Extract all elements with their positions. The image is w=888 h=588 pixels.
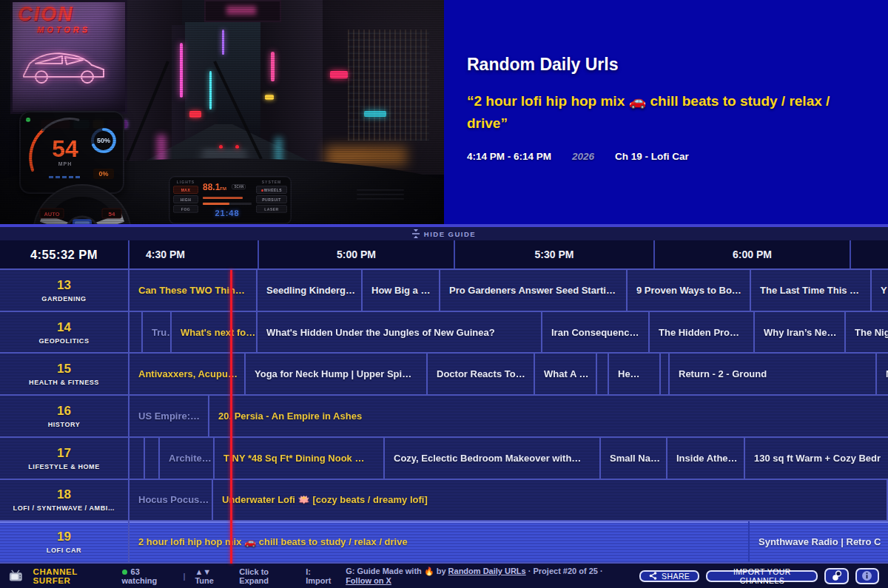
program-cell[interactable] bbox=[661, 354, 670, 394]
hide-guide-button[interactable]: HIDE GUIDE bbox=[0, 227, 888, 240]
program-year: 2026 bbox=[572, 151, 594, 162]
channel-name: HISTORY bbox=[48, 421, 81, 428]
program-cell[interactable] bbox=[145, 438, 160, 479]
billboard-brand: CION bbox=[18, 4, 120, 24]
infotainment-screen: LIGHTS MAX HIGH FOG 88.1FM SCAN 21:48 SY… bbox=[169, 176, 292, 224]
program-cell[interactable]: Return - 2 - Ground bbox=[670, 354, 877, 394]
import-hint: I: Import bbox=[306, 567, 336, 585]
program-cell[interactable]: Y bbox=[872, 270, 888, 311]
program-cell[interactable]: Tru… bbox=[143, 312, 172, 353]
battery-percent: 50% bbox=[97, 137, 110, 144]
time-header-slots: 4:30 PM5:00 PM5:30 PM6:00 PM bbox=[130, 240, 888, 268]
program-cell[interactable]: How Big a … bbox=[363, 270, 440, 311]
theme-toggle-button[interactable] bbox=[824, 568, 848, 584]
program-cell[interactable]: Why Iran’s Ne… bbox=[755, 312, 846, 353]
steering-wheel: AUTO 54 bbox=[25, 180, 140, 224]
channel-label[interactable]: 13GARDENING bbox=[0, 270, 130, 311]
indicator-light bbox=[26, 118, 30, 122]
channel-row: 19LOFI CAR2 hour lofi hip hop mix 🚗 chil… bbox=[0, 521, 888, 564]
program-cell[interactable]: He… bbox=[609, 354, 661, 394]
wheel-auto-label: AUTO bbox=[44, 211, 59, 217]
program-track: US Empire:…20. Persia - An Empire in Ash… bbox=[130, 396, 888, 436]
power-percent: 0% bbox=[98, 170, 108, 178]
tune-hint: ▲▼ Tune bbox=[195, 567, 229, 585]
program-cell[interactable]: What A … bbox=[535, 354, 597, 394]
program-track: Antivaxxers, Acupu…Yoga for Neck Hump | … bbox=[130, 354, 888, 394]
program-cell[interactable]: Antivaxxers, Acupu… bbox=[130, 354, 246, 394]
program-cell[interactable]: 9 Proven Ways to Bo… bbox=[628, 270, 751, 311]
program-cell[interactable] bbox=[130, 438, 145, 479]
program-cell[interactable]: What's Hidden Under the Jungles of New G… bbox=[258, 312, 542, 353]
program-cell[interactable]: Inside Athe… bbox=[667, 438, 745, 479]
console-button: FOG bbox=[173, 205, 198, 213]
program-cell[interactable]: Can These TWO Thin… bbox=[130, 270, 258, 311]
program-cell[interactable]: Pro Gardeners Answer Seed Starti… bbox=[440, 270, 628, 311]
channel-number: 15 bbox=[57, 362, 71, 376]
program-cell[interactable]: Yoga for Neck Hump | Upper Spi… bbox=[246, 354, 428, 394]
program-cell[interactable]: Synthwave Radio | Retro C bbox=[750, 521, 888, 562]
import-channels-button[interactable]: IMPORT YOUR CHANNELS bbox=[706, 570, 818, 582]
info-button[interactable] bbox=[855, 568, 879, 584]
share-button[interactable]: SHARE bbox=[639, 570, 699, 582]
program-cell[interactable]: Underwater Lofi 🪷 [cozy beats / dreamy l… bbox=[213, 480, 888, 521]
program-cell[interactable]: Hocus Pocus… bbox=[130, 480, 213, 521]
status-bar-actions: SHARE IMPORT YOUR CHANNELS bbox=[639, 568, 879, 584]
speed-unit: MPH bbox=[58, 161, 73, 166]
program-cell[interactable]: Seedling Kinderg… bbox=[258, 270, 363, 311]
channel-label[interactable]: 14GEOPOLITICS bbox=[0, 312, 130, 353]
dashboard-vent bbox=[357, 186, 404, 203]
program-cell[interactable]: Small Na… bbox=[601, 438, 667, 479]
channel-label[interactable]: 16HISTORY bbox=[0, 396, 130, 436]
time-slot-label: 5:00 PM bbox=[259, 240, 455, 268]
program-cell[interactable]: 130 sq ft Warm + Cozy Bedr bbox=[745, 438, 888, 479]
follow-on-x-link[interactable]: Follow on X bbox=[346, 576, 391, 585]
top-area: CION MOTORS 54 bbox=[0, 0, 888, 227]
current-time-clock: 4:55:32 PM bbox=[0, 240, 130, 268]
tv-logo-icon bbox=[9, 570, 24, 582]
console-button: PURSUIT bbox=[256, 195, 287, 203]
channel-name: LOFI CAR bbox=[47, 547, 81, 554]
program-cell[interactable]: The Nig bbox=[846, 312, 888, 353]
now-time-indicator bbox=[230, 270, 232, 564]
info-icon bbox=[861, 570, 872, 581]
program-cell[interactable] bbox=[130, 312, 143, 353]
console-button: LASER bbox=[256, 205, 287, 213]
channel-label[interactable]: 18LOFI / SYNTHWAVE / AMBI… bbox=[0, 480, 130, 521]
program-cell[interactable]: Doctor Reacts To… bbox=[428, 354, 535, 394]
channel-name: LIFESTYLE & HOME bbox=[28, 463, 100, 470]
speed-value: 54 bbox=[52, 135, 78, 162]
program-cell[interactable]: M bbox=[877, 354, 888, 394]
program-cell[interactable]: TINY *48 Sq Ft* Dining Nook … bbox=[215, 438, 385, 479]
channel-number: 17 bbox=[57, 446, 71, 461]
wheel-speed-label: 54 bbox=[109, 211, 115, 217]
expand-hint: Click to Expand bbox=[239, 567, 296, 585]
program-cell[interactable]: Archite… bbox=[160, 438, 215, 479]
console-button: WHEELS bbox=[256, 186, 287, 194]
program-cell[interactable]: US Empire:… bbox=[130, 396, 209, 436]
channel-label[interactable]: 15HEALTH & FITNESS bbox=[0, 354, 130, 394]
time-slot-label: 5:30 PM bbox=[455, 240, 655, 268]
dots-icon bbox=[831, 570, 843, 581]
channel-row: 15HEALTH & FITNESSAntivaxxers, Acupu…Yog… bbox=[0, 354, 888, 396]
program-track: Can These TWO Thin…Seedling Kinderg…How … bbox=[130, 270, 888, 311]
program-cell[interactable]: The Last Time This … bbox=[751, 270, 872, 311]
share-icon bbox=[649, 572, 657, 580]
program-cell[interactable]: 20. Persia - An Empire in Ashes bbox=[209, 396, 888, 436]
channel-name: LOFI / SYNTHWAVE / AMBI… bbox=[13, 504, 115, 512]
program-cell[interactable]: The Hidden Pro… bbox=[650, 312, 755, 353]
channel-label[interactable]: 17LIFESTYLE & HOME bbox=[0, 438, 130, 479]
program-cell[interactable]: 2 hour lofi hip hop mix 🚗 chill beats to… bbox=[130, 521, 750, 562]
video-player[interactable]: CION MOTORS 54 bbox=[0, 0, 444, 224]
program-cell[interactable]: Cozy, Eclectic Bedroom Makeover with… bbox=[385, 438, 601, 479]
channel-label[interactable]: 19LOFI CAR bbox=[0, 521, 130, 562]
program-cell[interactable]: Iran Consequenc… bbox=[542, 312, 650, 353]
program-info-panel: Random Daily Urls “2 hour lofi hip hop m… bbox=[444, 0, 888, 224]
console-system-header: SYSTEM bbox=[256, 180, 287, 184]
channel-row: 16HISTORYUS Empire:…20. Persia - An Empi… bbox=[0, 396, 888, 438]
status-bar: CHANNEL SURFER 63 watching | ▲▼ Tune Cli… bbox=[0, 564, 888, 588]
fire-icon: 🔥 bbox=[424, 567, 434, 575]
random-daily-urls-link[interactable]: Random Daily URLs bbox=[448, 567, 526, 575]
program-cell[interactable]: What's next fo… bbox=[172, 312, 258, 353]
program-cell[interactable] bbox=[597, 354, 609, 394]
guide-credit: G: Guide Made with 🔥 by Random Daily URL… bbox=[346, 567, 630, 585]
